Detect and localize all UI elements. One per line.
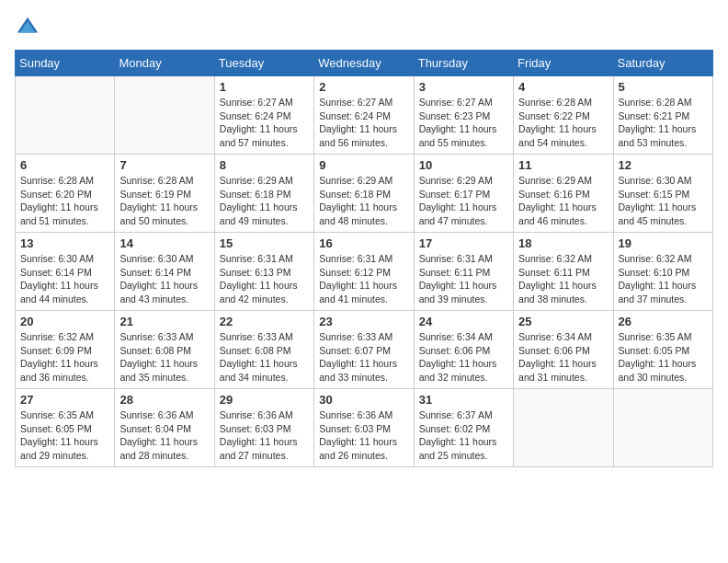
- cell-info: Sunrise: 6:29 AMSunset: 6:16 PMDaylight:…: [518, 174, 608, 228]
- calendar-cell: 2Sunrise: 6:27 AMSunset: 6:24 PMDaylight…: [314, 76, 414, 155]
- day-number: 13: [20, 236, 109, 250]
- cell-info: Sunrise: 6:35 AMSunset: 6:05 PMDaylight:…: [619, 330, 708, 385]
- cell-info: Sunrise: 6:29 AMSunset: 6:18 PMDaylight:…: [319, 174, 408, 228]
- calendar-cell: 3Sunrise: 6:27 AMSunset: 6:23 PMDaylight…: [414, 76, 513, 155]
- day-number: 1: [220, 80, 309, 94]
- calendar-cell: [514, 389, 613, 467]
- day-number: 28: [119, 393, 209, 407]
- day-number: 25: [518, 315, 608, 328]
- day-number: 30: [319, 393, 408, 407]
- day-number: 19: [619, 236, 708, 250]
- cell-info: Sunrise: 6:28 AMSunset: 6:22 PMDaylight:…: [518, 96, 608, 150]
- calendar-cell: 10Sunrise: 6:29 AMSunset: 6:17 PMDayligh…: [414, 155, 513, 233]
- day-number: 27: [20, 393, 109, 407]
- calendar-cell: 28Sunrise: 6:36 AMSunset: 6:04 PMDayligh…: [115, 389, 214, 467]
- cell-info: Sunrise: 6:28 AMSunset: 6:21 PMDaylight:…: [619, 96, 708, 150]
- calendar-cell: 16Sunrise: 6:31 AMSunset: 6:12 PMDayligh…: [314, 233, 414, 311]
- day-number: 7: [119, 158, 209, 172]
- day-number: 4: [518, 80, 608, 94]
- cell-info: Sunrise: 6:30 AMSunset: 6:15 PMDaylight:…: [619, 174, 708, 228]
- calendar-cell: 13Sunrise: 6:30 AMSunset: 6:14 PMDayligh…: [16, 233, 115, 311]
- day-number: 21: [119, 315, 209, 328]
- cell-info: Sunrise: 6:30 AMSunset: 6:14 PMDaylight:…: [20, 252, 109, 306]
- calendar-cell: 17Sunrise: 6:31 AMSunset: 6:11 PMDayligh…: [414, 233, 513, 311]
- calendar-cell: 31Sunrise: 6:37 AMSunset: 6:02 PMDayligh…: [414, 389, 513, 467]
- header-thursday: Thursday: [414, 51, 513, 76]
- cell-info: Sunrise: 6:31 AMSunset: 6:13 PMDaylight:…: [220, 252, 309, 306]
- cell-info: Sunrise: 6:29 AMSunset: 6:18 PMDaylight:…: [220, 174, 309, 228]
- calendar-cell: [613, 389, 712, 467]
- day-number: 8: [220, 158, 309, 172]
- calendar-cell: 5Sunrise: 6:28 AMSunset: 6:21 PMDaylight…: [613, 76, 712, 155]
- calendar-cell: [16, 76, 115, 155]
- calendar-cell: 20Sunrise: 6:32 AMSunset: 6:09 PMDayligh…: [16, 311, 115, 389]
- day-number: 16: [319, 236, 408, 250]
- cell-info: Sunrise: 6:32 AMSunset: 6:11 PMDaylight:…: [518, 252, 608, 306]
- day-number: 10: [419, 158, 508, 172]
- day-number: 22: [220, 315, 309, 328]
- calendar-cell: 24Sunrise: 6:34 AMSunset: 6:06 PMDayligh…: [414, 311, 513, 389]
- calendar-cell: [115, 76, 214, 155]
- calendar-cell: 25Sunrise: 6:34 AMSunset: 6:06 PMDayligh…: [514, 311, 613, 389]
- calendar-cell: 19Sunrise: 6:32 AMSunset: 6:10 PMDayligh…: [613, 233, 712, 311]
- day-number: 11: [518, 158, 608, 172]
- calendar-cell: 7Sunrise: 6:28 AMSunset: 6:19 PMDaylight…: [115, 155, 214, 233]
- day-number: 15: [220, 236, 309, 250]
- calendar-cell: 29Sunrise: 6:36 AMSunset: 6:03 PMDayligh…: [214, 389, 313, 467]
- day-number: 20: [20, 315, 109, 328]
- calendar-cell: 6Sunrise: 6:28 AMSunset: 6:20 PMDaylight…: [16, 155, 115, 233]
- page-header: [15, 15, 713, 40]
- calendar-week-3: 13Sunrise: 6:30 AMSunset: 6:14 PMDayligh…: [16, 233, 713, 311]
- cell-info: Sunrise: 6:28 AMSunset: 6:19 PMDaylight:…: [119, 174, 209, 228]
- cell-info: Sunrise: 6:34 AMSunset: 6:06 PMDaylight:…: [419, 330, 508, 385]
- day-number: 2: [319, 80, 408, 94]
- cell-info: Sunrise: 6:33 AMSunset: 6:08 PMDaylight:…: [119, 330, 209, 385]
- cell-info: Sunrise: 6:36 AMSunset: 6:03 PMDaylight:…: [319, 408, 408, 463]
- cell-info: Sunrise: 6:30 AMSunset: 6:14 PMDaylight:…: [119, 252, 209, 306]
- day-number: 14: [119, 236, 209, 250]
- calendar-week-1: 1Sunrise: 6:27 AMSunset: 6:24 PMDaylight…: [16, 76, 713, 155]
- cell-info: Sunrise: 6:33 AMSunset: 6:07 PMDaylight:…: [319, 330, 408, 385]
- cell-info: Sunrise: 6:31 AMSunset: 6:12 PMDaylight:…: [319, 252, 408, 306]
- calendar-cell: 30Sunrise: 6:36 AMSunset: 6:03 PMDayligh…: [314, 389, 414, 467]
- header-saturday: Saturday: [613, 51, 712, 76]
- calendar-cell: 4Sunrise: 6:28 AMSunset: 6:22 PMDaylight…: [514, 76, 613, 155]
- cell-info: Sunrise: 6:32 AMSunset: 6:09 PMDaylight:…: [20, 330, 109, 385]
- header-monday: Monday: [115, 51, 214, 76]
- calendar-week-2: 6Sunrise: 6:28 AMSunset: 6:20 PMDaylight…: [16, 155, 713, 233]
- cell-info: Sunrise: 6:27 AMSunset: 6:24 PMDaylight:…: [220, 96, 309, 150]
- logo: [15, 15, 44, 40]
- calendar-cell: 14Sunrise: 6:30 AMSunset: 6:14 PMDayligh…: [115, 233, 214, 311]
- header-sunday: Sunday: [16, 51, 115, 76]
- day-number: 31: [419, 393, 508, 407]
- cell-info: Sunrise: 6:27 AMSunset: 6:23 PMDaylight:…: [419, 96, 508, 150]
- header-friday: Friday: [514, 51, 613, 76]
- day-number: 23: [319, 315, 408, 328]
- calendar-cell: 26Sunrise: 6:35 AMSunset: 6:05 PMDayligh…: [613, 311, 712, 389]
- calendar-cell: 22Sunrise: 6:33 AMSunset: 6:08 PMDayligh…: [214, 311, 313, 389]
- calendar-cell: 15Sunrise: 6:31 AMSunset: 6:13 PMDayligh…: [214, 233, 313, 311]
- day-number: 3: [419, 80, 508, 94]
- cell-info: Sunrise: 6:33 AMSunset: 6:08 PMDaylight:…: [220, 330, 309, 385]
- header-tuesday: Tuesday: [214, 51, 313, 76]
- cell-info: Sunrise: 6:34 AMSunset: 6:06 PMDaylight:…: [518, 330, 608, 385]
- calendar-cell: 9Sunrise: 6:29 AMSunset: 6:18 PMDaylight…: [314, 155, 414, 233]
- cell-info: Sunrise: 6:28 AMSunset: 6:20 PMDaylight:…: [20, 174, 109, 228]
- cell-info: Sunrise: 6:32 AMSunset: 6:10 PMDaylight:…: [619, 252, 708, 306]
- calendar-cell: 23Sunrise: 6:33 AMSunset: 6:07 PMDayligh…: [314, 311, 414, 389]
- cell-info: Sunrise: 6:27 AMSunset: 6:24 PMDaylight:…: [319, 96, 408, 150]
- cell-info: Sunrise: 6:35 AMSunset: 6:05 PMDaylight:…: [20, 408, 109, 463]
- cell-info: Sunrise: 6:36 AMSunset: 6:04 PMDaylight:…: [119, 408, 209, 463]
- day-number: 9: [319, 158, 408, 172]
- header-wednesday: Wednesday: [314, 51, 414, 76]
- calendar-cell: 12Sunrise: 6:30 AMSunset: 6:15 PMDayligh…: [613, 155, 712, 233]
- calendar-header-row: SundayMondayTuesdayWednesdayThursdayFrid…: [16, 51, 713, 76]
- calendar-week-4: 20Sunrise: 6:32 AMSunset: 6:09 PMDayligh…: [16, 311, 713, 389]
- calendar-cell: 18Sunrise: 6:32 AMSunset: 6:11 PMDayligh…: [514, 233, 613, 311]
- day-number: 26: [619, 315, 708, 328]
- day-number: 18: [518, 236, 608, 250]
- cell-info: Sunrise: 6:29 AMSunset: 6:17 PMDaylight:…: [419, 174, 508, 228]
- cell-info: Sunrise: 6:31 AMSunset: 6:11 PMDaylight:…: [419, 252, 508, 306]
- cell-info: Sunrise: 6:36 AMSunset: 6:03 PMDaylight:…: [220, 408, 309, 463]
- calendar-cell: 8Sunrise: 6:29 AMSunset: 6:18 PMDaylight…: [214, 155, 313, 233]
